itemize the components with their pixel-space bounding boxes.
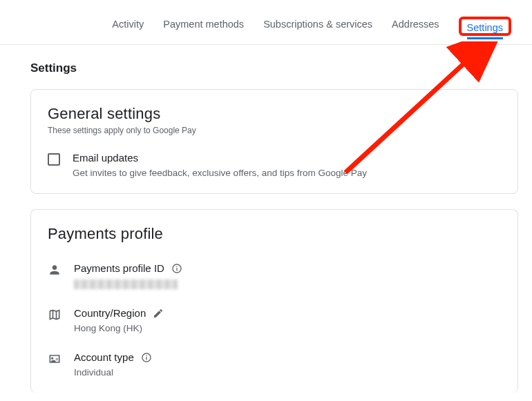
country-region-row: Country/Region Hong Kong (HK) [48, 307, 501, 333]
account-type-value: Individual [74, 367, 501, 378]
general-settings-sub: These settings apply only to Google Pay [48, 126, 501, 135]
annotation-highlight-box: Settings [459, 17, 511, 36]
map-icon [48, 308, 61, 322]
edit-icon[interactable] [153, 308, 164, 319]
person-icon [48, 263, 61, 277]
info-icon[interactable] [171, 263, 182, 274]
general-settings-heading: General settings [48, 105, 501, 123]
id-card-icon [48, 352, 61, 366]
page-title: Settings [30, 61, 532, 75]
email-updates-checkbox[interactable] [48, 153, 60, 166]
email-updates-desc: Get invites to give feedback, exclusive … [73, 168, 501, 178]
country-region-value: Hong Kong (HK) [74, 323, 501, 333]
account-type-label: Account type [74, 351, 134, 363]
tab-payment-methods[interactable]: Payment methods [163, 19, 244, 34]
info-icon[interactable] [141, 352, 152, 363]
profile-id-row: Payments profile ID [48, 262, 501, 289]
payments-profile-heading: Payments profile [48, 225, 501, 243]
tab-subscriptions[interactable]: Subscriptions & services [263, 19, 372, 34]
general-settings-card: General settings These settings apply on… [30, 89, 518, 194]
tab-activity[interactable]: Activity [112, 19, 144, 34]
profile-id-label: Payments profile ID [74, 262, 164, 274]
top-tabbar: Activity Payment methods Subscriptions &… [0, 0, 532, 45]
payments-profile-card: Payments profile Payments profile ID Cou… [30, 209, 518, 393]
country-region-label: Country/Region [74, 307, 146, 319]
tab-settings[interactable]: Settings [467, 22, 503, 39]
email-updates-row: Email updates Get invites to give feedba… [48, 152, 501, 178]
email-updates-label: Email updates [73, 152, 501, 164]
tab-addresses[interactable]: Addresses [392, 19, 439, 34]
profile-id-value-redacted [74, 280, 178, 289]
account-type-row: Account type Individual [48, 351, 501, 378]
